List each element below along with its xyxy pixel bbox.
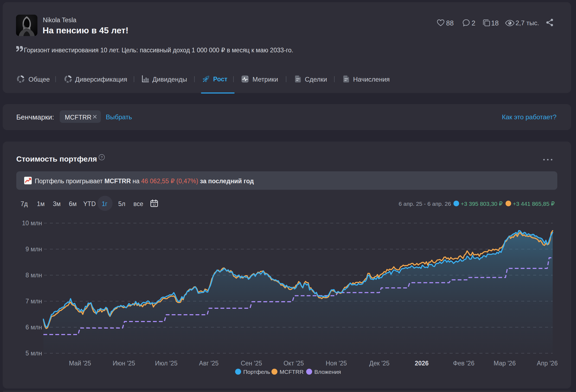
svg-text:Портфель: Портфель bbox=[243, 369, 270, 375]
svg-text:9 млн: 9 млн bbox=[25, 246, 42, 253]
svg-text:MCFTRR: MCFTRR bbox=[280, 369, 304, 375]
svg-text:12: 12 bbox=[152, 203, 156, 206]
svg-text:Май '25: Май '25 bbox=[69, 360, 91, 367]
svg-text:Фев '26: Фев '26 bbox=[453, 360, 475, 367]
svg-text:Июн '25: Июн '25 bbox=[113, 360, 135, 367]
svg-text:Мар '26: Мар '26 bbox=[494, 360, 516, 367]
svg-text:8 млн: 8 млн bbox=[25, 272, 42, 279]
svg-text:?: ? bbox=[101, 155, 103, 159]
svg-text:Апр '26: Апр '26 bbox=[537, 360, 558, 367]
svg-text:7 млн: 7 млн bbox=[25, 298, 42, 305]
svg-text:Ноя '25: Ноя '25 bbox=[326, 360, 347, 367]
svg-text:2026: 2026 bbox=[415, 360, 428, 367]
svg-text:6 млн: 6 млн bbox=[25, 324, 42, 331]
svg-text:Авг '25: Авг '25 bbox=[199, 360, 219, 367]
svg-text:10 млн: 10 млн bbox=[22, 220, 42, 227]
svg-text:Сен '25: Сен '25 bbox=[241, 360, 262, 367]
svg-text:Дек '25: Дек '25 bbox=[369, 360, 390, 367]
svg-text:Вложения: Вложения bbox=[314, 369, 341, 375]
svg-text:5 млн: 5 млн bbox=[25, 350, 42, 357]
svg-text:Окт '25: Окт '25 bbox=[283, 360, 304, 367]
svg-text:Июл '25: Июл '25 bbox=[155, 360, 177, 367]
